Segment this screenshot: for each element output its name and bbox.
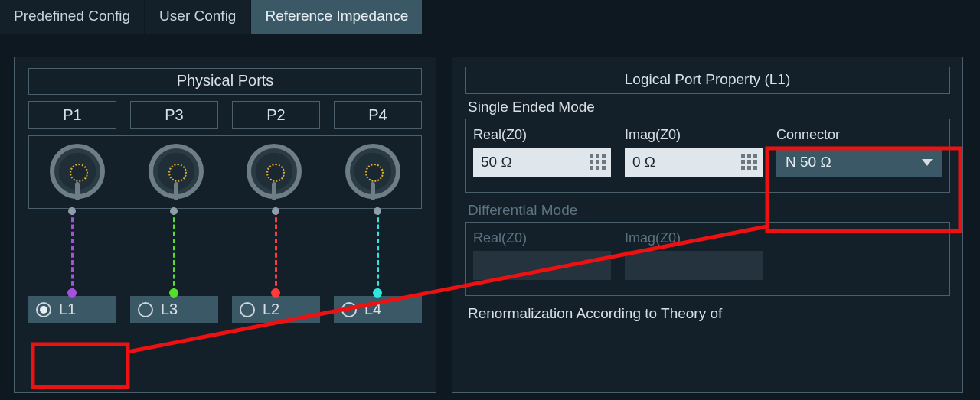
chevron-down-icon bbox=[922, 159, 933, 166]
diff-real-z0-input bbox=[473, 251, 611, 280]
tab-bar: Predefined Config User Config Reference … bbox=[0, 0, 980, 35]
logical-port-label: L2 bbox=[263, 301, 279, 318]
keypad-icon[interactable] bbox=[741, 154, 758, 171]
single-ended-mode-label: Single Ended Mode bbox=[468, 99, 952, 115]
imag-z0-label: Imag(Z0) bbox=[625, 127, 763, 143]
port-connector-icon[interactable] bbox=[247, 144, 302, 199]
logical-port-label: L3 bbox=[161, 301, 178, 318]
radio-icon bbox=[138, 302, 153, 317]
tab-reference-impedance[interactable]: Reference Impedance bbox=[251, 0, 423, 34]
diff-imag-z0-input bbox=[625, 251, 763, 280]
logical-port-property-title: Logical Port Property (L1) bbox=[465, 67, 950, 94]
differential-mode-box: Real(Z0) Imag(Z0) bbox=[465, 222, 950, 296]
logical-port-l3[interactable]: L3 bbox=[130, 296, 218, 323]
connectors-box bbox=[28, 135, 422, 209]
logical-port-property-panel: Logical Port Property (L1) Single Ended … bbox=[452, 57, 963, 393]
connector-value: N 50 Ω bbox=[786, 154, 831, 171]
port-connector-icon[interactable] bbox=[345, 144, 400, 199]
renormalization-label: Renormalization According to Theory of bbox=[468, 305, 952, 322]
port-head-p3: P3 bbox=[130, 101, 218, 129]
connector-label: Connector bbox=[776, 127, 942, 143]
logical-port-l4[interactable]: L4 bbox=[334, 296, 422, 323]
logical-port-l2[interactable]: L2 bbox=[232, 296, 320, 323]
radio-icon bbox=[240, 302, 255, 317]
single-ended-mode-box: Real(Z0) 50 Ω Imag(Z0) 0 Ω Connector N 5… bbox=[465, 119, 950, 193]
diff-imag-z0-label: Imag(Z0) bbox=[625, 230, 763, 246]
port-link-line bbox=[377, 210, 379, 293]
port-link-line bbox=[71, 210, 74, 293]
logical-port-l1[interactable]: L1 bbox=[28, 296, 116, 323]
port-connector-icon[interactable] bbox=[50, 144, 105, 199]
port-head-p1: P1 bbox=[28, 101, 116, 129]
port-link-line bbox=[173, 210, 175, 293]
real-z0-input[interactable]: 50 Ω bbox=[473, 148, 611, 177]
logical-port-label: L4 bbox=[364, 301, 381, 318]
port-head-p4: P4 bbox=[334, 101, 422, 129]
connector-dropdown[interactable]: N 50 Ω bbox=[776, 148, 942, 177]
port-lines bbox=[28, 209, 422, 293]
port-connector-icon[interactable] bbox=[149, 144, 204, 199]
radio-icon bbox=[341, 302, 357, 317]
imag-z0-input[interactable]: 0 Ω bbox=[625, 148, 763, 177]
radio-icon bbox=[36, 302, 51, 317]
port-link-line bbox=[275, 210, 277, 293]
diff-real-z0-label: Real(Z0) bbox=[473, 230, 611, 246]
real-z0-value: 50 Ω bbox=[481, 154, 590, 171]
real-z0-label: Real(Z0) bbox=[473, 127, 611, 143]
imag-z0-value: 0 Ω bbox=[632, 154, 741, 171]
physical-ports-panel: Physical Ports P1 P3 P2 P4 L1 bbox=[14, 57, 436, 393]
logical-port-label: L1 bbox=[59, 301, 76, 318]
differential-mode-label: Differential Mode bbox=[468, 202, 952, 219]
tab-user-config[interactable]: User Config bbox=[145, 0, 251, 34]
tab-predefined-config[interactable]: Predefined Config bbox=[0, 0, 145, 34]
keypad-icon[interactable] bbox=[590, 154, 606, 171]
port-head-p2: P2 bbox=[232, 101, 320, 129]
physical-ports-title: Physical Ports bbox=[28, 68, 422, 95]
